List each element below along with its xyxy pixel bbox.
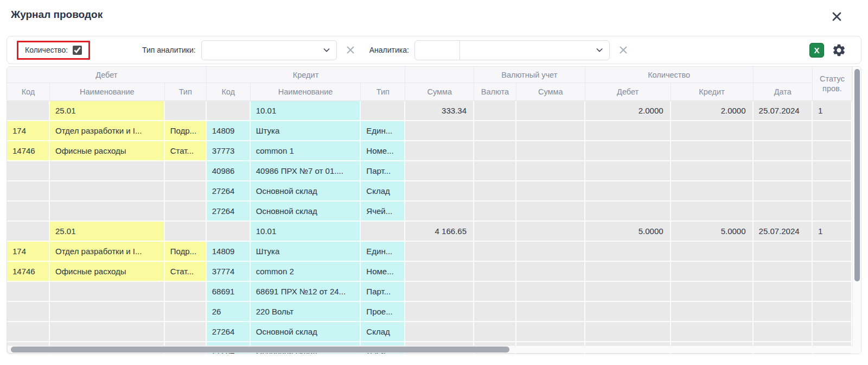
cell-debit-code[interactable]: 174 — [7, 242, 50, 262]
table-row[interactable]: 14746Офисные расходыСтат...37773common 1… — [7, 141, 852, 161]
cell-date[interactable] — [754, 121, 813, 141]
cell-credit-name[interactable]: common 1 — [251, 141, 361, 161]
cell-status[interactable] — [813, 202, 852, 222]
cell-credit-name[interactable]: Основной склад — [251, 181, 361, 202]
cell-credit-code[interactable]: 68691 — [207, 282, 251, 302]
cell-qty-credit[interactable] — [671, 322, 754, 342]
table-row[interactable]: 25.0110.01333.342.00002.000025.07.20241 — [7, 101, 852, 121]
cell-date[interactable] — [754, 282, 813, 302]
cell-debit-code[interactable]: 174 — [7, 121, 50, 141]
cell-credit-code[interactable]: 40986 — [207, 161, 251, 181]
cell-qty-debit[interactable] — [585, 181, 671, 202]
cell-credit-name[interactable]: Основной склад — [251, 202, 361, 222]
cell-currency-sum[interactable] — [516, 322, 585, 342]
table-row[interactable]: 6869168691 ПРХ №12 от 24...Парт... — [7, 282, 852, 302]
cell-currency-sum[interactable] — [516, 141, 585, 161]
cell-currency-sum[interactable] — [516, 282, 585, 302]
cell-currency[interactable] — [474, 181, 516, 202]
cell-credit-type[interactable]: Склад — [361, 181, 405, 202]
cell-sum[interactable] — [405, 202, 474, 222]
cell-date[interactable] — [754, 161, 813, 181]
cell-debit-type[interactable] — [165, 161, 207, 181]
cell-currency[interactable] — [474, 262, 516, 282]
horizontal-scrollbar-thumb[interactable] — [11, 347, 509, 353]
cell-status[interactable] — [813, 242, 852, 262]
cell-debit-type[interactable] — [165, 101, 207, 121]
cell-sum[interactable] — [405, 302, 474, 322]
cell-qty-debit[interactable] — [585, 302, 671, 322]
cell-qty-credit[interactable]: 2.0000 — [671, 101, 754, 121]
cell-currency[interactable] — [474, 302, 516, 322]
table-row[interactable]: 27264Основной складЯчей... — [7, 202, 852, 222]
cell-credit-code[interactable]: 27264 — [207, 322, 251, 342]
cell-currency[interactable] — [474, 121, 516, 141]
cell-qty-debit[interactable] — [585, 242, 671, 262]
cell-credit-name[interactable]: 10.01 — [251, 101, 361, 121]
cell-debit-type[interactable]: Стат... — [165, 262, 207, 282]
cell-status[interactable] — [813, 262, 852, 282]
cell-qty-debit[interactable] — [585, 202, 671, 222]
cell-status[interactable] — [813, 141, 852, 161]
cell-sum[interactable] — [405, 262, 474, 282]
cell-currency-sum[interactable] — [516, 101, 585, 121]
cell-qty-credit[interactable] — [671, 262, 754, 282]
cell-debit-code[interactable] — [7, 161, 50, 181]
clear-analytics-type-icon[interactable] — [346, 46, 355, 54]
table-row[interactable]: 174Отдел разработки и I...Подр...14809Шт… — [7, 121, 852, 141]
table-row[interactable]: 25.0110.014 166.655.00005.000025.07.2024… — [7, 222, 852, 242]
cell-qty-credit[interactable] — [671, 121, 754, 141]
cell-credit-name[interactable]: 10.01 — [251, 222, 361, 242]
cell-credit-name[interactable]: 40986 ПРХ №7 от 01.... — [251, 161, 361, 181]
cell-sum[interactable] — [405, 141, 474, 161]
cell-qty-credit[interactable] — [671, 141, 754, 161]
cell-credit-code[interactable] — [207, 222, 251, 242]
cell-debit-name[interactable]: Отдел разработки и I... — [50, 121, 165, 141]
cell-credit-type[interactable] — [361, 101, 405, 121]
cell-qty-credit[interactable] — [671, 181, 754, 202]
cell-currency-sum[interactable] — [516, 161, 585, 181]
cell-status[interactable] — [813, 161, 852, 181]
cell-qty-credit[interactable] — [671, 282, 754, 302]
analytics-select[interactable] — [414, 40, 610, 60]
cell-debit-name[interactable]: 25.01 — [50, 101, 165, 121]
cell-qty-debit[interactable] — [585, 322, 671, 342]
cell-currency[interactable] — [474, 141, 516, 161]
cell-credit-code[interactable]: 26 — [207, 302, 251, 322]
cell-credit-type[interactable]: Прое... — [361, 302, 405, 322]
cell-debit-code[interactable] — [7, 202, 50, 222]
cell-debit-code[interactable]: 14746 — [7, 262, 50, 282]
cell-qty-debit[interactable] — [585, 282, 671, 302]
cell-date[interactable]: 25.07.2024 — [754, 222, 813, 242]
cell-qty-credit[interactable] — [671, 161, 754, 181]
cell-sum[interactable]: 4 166.65 — [405, 222, 474, 242]
cell-credit-code[interactable]: 27264 — [207, 202, 251, 222]
cell-date[interactable] — [754, 141, 813, 161]
cell-currency-sum[interactable] — [516, 121, 585, 141]
cell-currency[interactable] — [474, 322, 516, 342]
cell-debit-code[interactable] — [7, 101, 50, 121]
cell-qty-debit[interactable] — [585, 161, 671, 181]
cell-debit-name[interactable] — [50, 202, 165, 222]
cell-credit-name[interactable]: Основной склад — [251, 322, 361, 342]
cell-debit-type[interactable] — [165, 322, 207, 342]
cell-credit-name[interactable]: Штука — [251, 242, 361, 262]
cell-date[interactable] — [754, 322, 813, 342]
cell-credit-type[interactable] — [361, 222, 405, 242]
cell-date[interactable]: 25.07.2024 — [754, 101, 813, 121]
cell-status[interactable] — [813, 282, 852, 302]
cell-sum[interactable] — [405, 242, 474, 262]
cell-currency-sum[interactable] — [516, 262, 585, 282]
cell-qty-credit[interactable]: 5.0000 — [671, 222, 754, 242]
cell-debit-name[interactable]: Офисные расходы — [50, 262, 165, 282]
cell-currency[interactable] — [474, 202, 516, 222]
cell-qty-debit[interactable] — [585, 262, 671, 282]
cell-sum[interactable] — [405, 121, 474, 141]
cell-sum[interactable] — [405, 181, 474, 202]
cell-debit-code[interactable] — [7, 222, 50, 242]
cell-credit-name[interactable]: common 2 — [251, 262, 361, 282]
cell-debit-code[interactable] — [7, 302, 50, 322]
cell-debit-type[interactable] — [165, 202, 207, 222]
cell-sum[interactable] — [405, 322, 474, 342]
cell-qty-credit[interactable] — [671, 242, 754, 262]
cell-qty-credit[interactable] — [671, 302, 754, 322]
